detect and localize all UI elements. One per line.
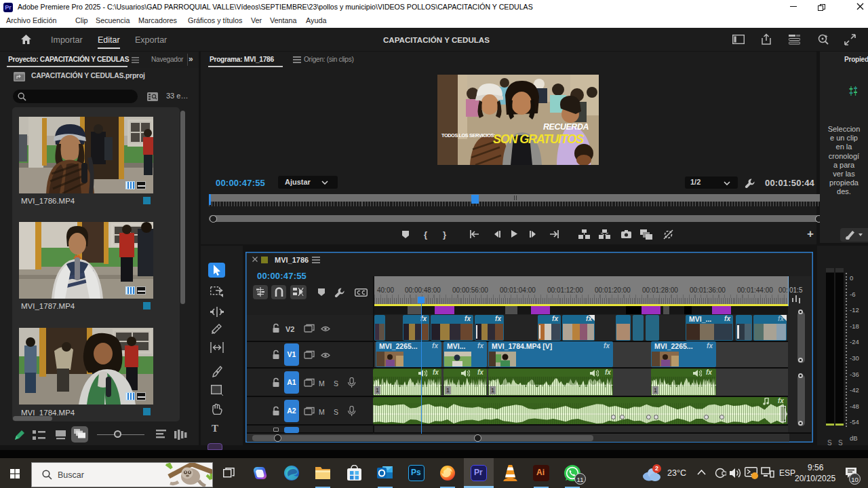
svg-text:S: S <box>334 379 338 388</box>
svg-text:TODOS LOS SERVICIOS:: TODOS LOS SERVICIOS: <box>441 132 495 138</box>
svg-text:V2: V2 <box>285 325 294 333</box>
svg-text:M: M <box>319 408 325 416</box>
svg-text:SON GRATUITOS: SON GRATUITOS <box>493 132 584 146</box>
svg-text:M: M <box>319 379 325 388</box>
svg-text:S: S <box>334 408 338 416</box>
svg-text:RECUERDA: RECUERDA <box>543 122 589 132</box>
